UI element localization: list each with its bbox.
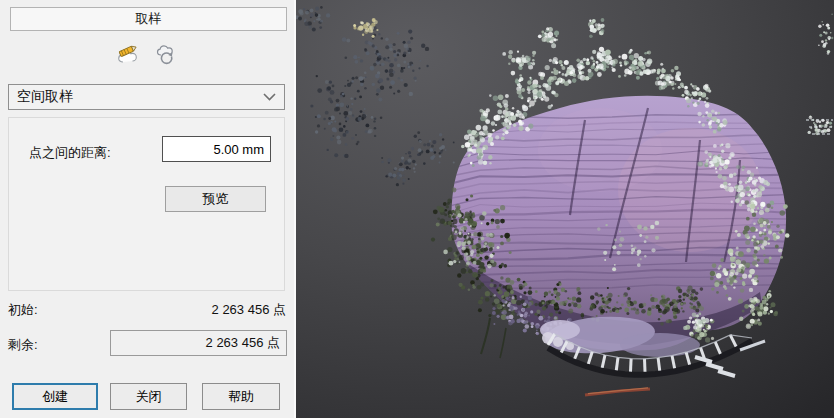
- help-button[interactable]: 帮助: [202, 383, 280, 410]
- close-button[interactable]: 关闭: [110, 383, 187, 410]
- chevron-down-icon: [263, 93, 276, 101]
- parameters-group: 点之间的距离: 预览: [8, 117, 285, 291]
- sampling-method-dropdown[interactable]: 空间取样: [8, 84, 285, 110]
- initial-value: 2 263 456 点: [110, 301, 286, 319]
- remaining-field: 2 263 456 点: [110, 330, 287, 356]
- dialog-toolbar: [0, 40, 294, 70]
- initial-label: 初始:: [8, 301, 38, 319]
- create-button[interactable]: 创建: [12, 383, 98, 410]
- preview-button[interactable]: 预览: [165, 186, 266, 212]
- point-cloud-scene: [296, 0, 834, 418]
- sampling-method-value: 空间取样: [17, 88, 73, 106]
- distance-input[interactable]: [162, 136, 271, 162]
- remaining-label: 剩余:: [8, 336, 38, 354]
- sampling-brush-icon[interactable]: [115, 41, 143, 69]
- refresh-cloud-icon[interactable]: [152, 41, 180, 69]
- point-cloud-viewport[interactable]: [296, 0, 834, 418]
- dialog-title: 取样: [10, 7, 287, 31]
- sampling-dialog-panel: 取样 空间取样 点之间的距离:: [0, 0, 296, 418]
- distance-label: 点之间的距离:: [29, 144, 111, 162]
